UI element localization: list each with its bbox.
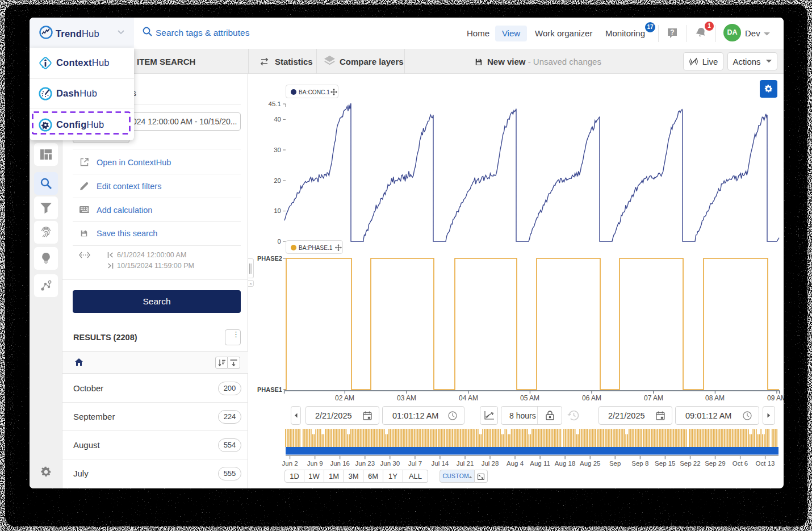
svg-text:05 AM: 05 AM	[520, 394, 539, 402]
svg-text:Sep 15: Sep 15	[655, 460, 675, 467]
svg-text:04 AM: 04 AM	[459, 394, 478, 402]
svg-text:Aug 4: Aug 4	[507, 460, 524, 467]
svg-text:PHASE1: PHASE1	[257, 386, 282, 393]
svg-text:08 AM: 08 AM	[705, 394, 725, 402]
svg-text:10: 10	[274, 207, 281, 214]
svg-text:30: 30	[274, 147, 281, 153]
svg-text:Oct 13: Oct 13	[756, 460, 775, 467]
svg-text:09 AM: 09 AM	[767, 394, 784, 402]
svg-text:07 AM: 07 AM	[644, 394, 663, 402]
svg-text:40: 40	[274, 116, 281, 123]
svg-text:Sep: Sep	[609, 460, 621, 467]
svg-text:Jun 30: Jun 30	[380, 460, 400, 467]
svg-text:Jul 7: Jul 7	[408, 460, 422, 467]
svg-text:Sep 8: Sep 8	[631, 460, 648, 467]
svg-text:03 AM: 03 AM	[397, 394, 416, 402]
svg-text:Jun 2: Jun 2	[282, 460, 298, 467]
svg-text:20: 20	[274, 177, 281, 184]
svg-text:Jul 28: Jul 28	[482, 460, 499, 467]
svg-text:06 AM: 06 AM	[582, 394, 601, 402]
svg-text:Aug 25: Aug 25	[580, 460, 600, 467]
svg-text:Jun 9: Jun 9	[307, 460, 323, 467]
svg-text:02 AM: 02 AM	[335, 394, 354, 402]
svg-text:Jul 21: Jul 21	[457, 460, 474, 467]
svg-text:Sep 29: Sep 29	[705, 460, 725, 467]
svg-text:45.1: 45.1	[269, 101, 281, 107]
svg-text:PHASE2: PHASE2	[257, 255, 282, 262]
svg-text:Jun 16: Jun 16	[330, 460, 350, 467]
svg-text:0: 0	[278, 238, 281, 245]
svg-text:Aug 11: Aug 11	[530, 460, 550, 467]
svg-text:Aug 18: Aug 18	[555, 460, 575, 467]
svg-text:Oct 6: Oct 6	[733, 460, 748, 467]
svg-text:Sep 22: Sep 22	[680, 460, 700, 467]
svg-text:Jun 23: Jun 23	[355, 460, 375, 467]
svg-text:Jul 14: Jul 14	[432, 460, 449, 467]
